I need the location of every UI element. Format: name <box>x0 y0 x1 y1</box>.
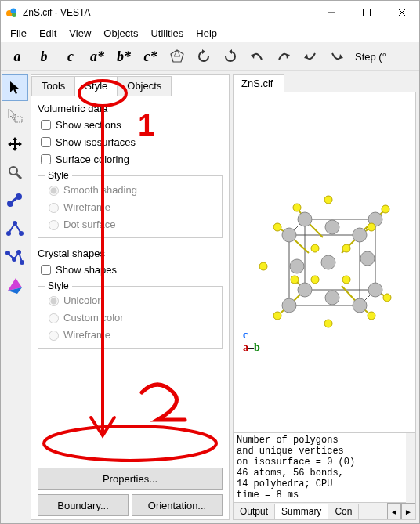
svg-point-78 <box>324 320 332 327</box>
crystal-model <box>254 192 395 333</box>
log-text: Number of polygons and unique vertices o… <box>234 433 415 503</box>
wireframe-label: Wireframe <box>63 201 110 213</box>
custom-color-label: Custom color <box>63 312 124 323</box>
log-tab-summary[interactable]: Summary <box>274 504 328 519</box>
poly-icon[interactable] <box>164 44 190 69</box>
select-tool[interactable] <box>2 103 28 129</box>
tab-objects[interactable]: Objects <box>117 76 172 96</box>
menu-file[interactable]: File <box>4 26 33 41</box>
svg-point-60 <box>325 220 339 234</box>
svg-point-66 <box>293 204 301 211</box>
svg-marker-15 <box>10 81 19 94</box>
log-area: Number of polygons and unique vertices o… <box>234 432 415 519</box>
minimize-icon <box>328 9 335 16</box>
svg-rect-4 <box>363 9 370 16</box>
menu-view[interactable]: View <box>63 26 97 41</box>
dihedral-tool[interactable] <box>2 244 28 270</box>
svg-marker-18 <box>8 137 22 151</box>
rotate-ccw-icon[interactable] <box>190 44 217 69</box>
custom-color-radio <box>49 313 59 323</box>
axis-c-button[interactable]: c <box>57 44 84 69</box>
cs-wireframe-label: Wireframe <box>63 329 110 341</box>
svg-marker-14 <box>339 54 343 59</box>
svg-point-53 <box>282 298 296 313</box>
axis-a-button[interactable]: a <box>4 44 31 69</box>
arrow-left-curve-icon[interactable] <box>244 44 270 69</box>
step-label: Step (° <box>355 51 386 63</box>
menu-utilities[interactable]: Utilities <box>144 26 190 41</box>
maximize-icon <box>363 9 371 16</box>
properties-button[interactable]: Properties... <box>38 468 223 490</box>
maximize-button[interactable] <box>349 1 384 24</box>
orientation-button[interactable]: Orientation... <box>132 494 223 516</box>
svg-point-61 <box>290 259 304 273</box>
surface-coloring-check[interactable] <box>41 154 51 164</box>
menu-objects[interactable]: Objects <box>97 26 144 41</box>
rotate-cw-icon[interactable] <box>217 44 244 69</box>
axis-cstar-button[interactable]: c* <box>137 44 164 69</box>
pointer-tool[interactable] <box>2 74 28 101</box>
arrow-left-curve2-icon[interactable] <box>297 44 324 69</box>
svg-line-23 <box>13 198 16 201</box>
menubar: File Edit View Objects Utilities Help <box>1 24 419 42</box>
move-tool[interactable] <box>2 131 28 157</box>
log-tab-scroll-left[interactable]: ◄ <box>387 503 401 520</box>
show-isosurfaces-label: Show isosurfaces <box>56 136 136 148</box>
svg-point-51 <box>282 228 296 242</box>
log-tab-comment[interactable]: Con <box>328 504 359 519</box>
svg-point-59 <box>321 255 335 269</box>
svg-marker-11 <box>251 54 255 59</box>
svg-point-71 <box>383 294 391 302</box>
surface-coloring-label: Surface coloring <box>56 154 129 165</box>
svg-point-52 <box>353 228 367 242</box>
arrow-right-curve2-icon[interactable] <box>324 44 350 69</box>
plane-tool[interactable] <box>2 272 28 298</box>
smooth-shading-radio <box>49 186 59 196</box>
plane-icon <box>6 276 24 294</box>
axis-bstar-button[interactable]: b* <box>110 44 137 69</box>
pointer-icon <box>7 80 23 96</box>
volumetric-title: Volumetric data <box>38 103 223 114</box>
show-shapes-check[interactable] <box>41 265 51 275</box>
axis-b-button[interactable]: b <box>31 44 57 69</box>
angle-tool[interactable] <box>2 215 28 242</box>
show-isosurfaces-check[interactable] <box>41 137 51 147</box>
unicolor-label: Unicolor <box>63 295 101 306</box>
file-tab[interactable]: ZnS.cif <box>233 74 284 92</box>
cs-style-legend: Style <box>45 280 72 291</box>
svg-marker-9 <box>202 49 205 54</box>
svg-point-75 <box>342 276 350 284</box>
svg-point-57 <box>298 283 312 297</box>
svg-marker-7 <box>171 50 183 62</box>
model-canvas[interactable]: c a–b <box>234 92 415 432</box>
boundary-button[interactable]: Boundary... <box>38 494 129 516</box>
svg-point-63 <box>325 291 339 305</box>
svg-point-62 <box>360 251 375 266</box>
svg-point-21 <box>7 201 13 207</box>
arrow-right-curve-icon[interactable] <box>270 44 297 69</box>
app-icon <box>5 6 18 19</box>
menu-edit[interactable]: Edit <box>33 26 63 41</box>
minimize-button[interactable] <box>313 1 349 24</box>
right-panel: ZnS.cif <box>233 74 416 520</box>
tab-style[interactable]: Style <box>74 76 118 96</box>
svg-point-69 <box>368 312 375 320</box>
svg-point-54 <box>353 298 367 313</box>
close-button[interactable] <box>384 1 419 24</box>
svg-point-72 <box>311 244 319 252</box>
bond-tool[interactable] <box>2 187 28 214</box>
log-tab-output[interactable]: Output <box>233 504 275 519</box>
svg-point-76 <box>259 262 267 270</box>
left-tabs: Tools Style Objects <box>31 75 229 96</box>
axis-astar-button[interactable]: a* <box>84 44 110 69</box>
select-icon <box>6 107 24 125</box>
show-sections-check[interactable] <box>41 120 51 130</box>
svg-point-55 <box>298 212 312 226</box>
log-scrollbar[interactable] <box>406 433 415 503</box>
zoom-tool[interactable] <box>2 159 28 186</box>
log-tab-scroll-right[interactable]: ► <box>401 503 415 520</box>
svg-marker-13 <box>304 54 308 59</box>
titlebar: ZnS.cif - VESTA <box>1 1 419 24</box>
tab-tools[interactable]: Tools <box>31 76 75 96</box>
menu-help[interactable]: Help <box>190 26 223 41</box>
